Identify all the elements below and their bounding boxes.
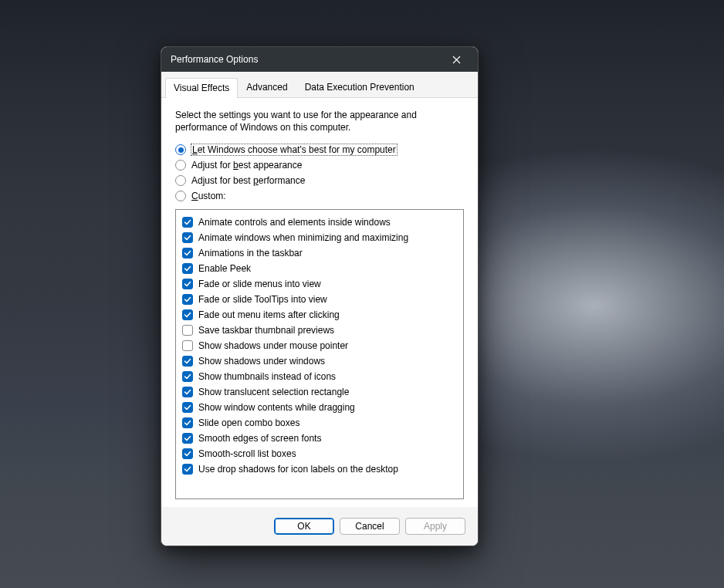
radio-indicator[interactable] xyxy=(175,175,186,186)
close-icon xyxy=(452,56,461,64)
cancel-label: Cancel xyxy=(355,521,384,532)
effect-row[interactable]: Smooth edges of screen fonts xyxy=(182,431,457,446)
tab-advanced[interactable]: Advanced xyxy=(238,77,296,97)
close-button[interactable] xyxy=(439,49,473,70)
effect-label: Show shadows under windows xyxy=(198,354,325,368)
tab-data-execution-prevention[interactable]: Data Execution Prevention xyxy=(296,77,423,97)
radio-label: Let Windows choose what's best for my co… xyxy=(191,144,397,155)
desktop-wallpaper: Performance Options Visual EffectsAdvanc… xyxy=(0,0,724,588)
checkbox[interactable] xyxy=(182,248,193,259)
checkbox[interactable] xyxy=(182,309,193,320)
checkbox[interactable] xyxy=(182,402,193,413)
effect-label: Smooth edges of screen fonts xyxy=(198,431,321,445)
cancel-button[interactable]: Cancel xyxy=(340,518,400,535)
tabs-strip: Visual EffectsAdvancedData Execution Pre… xyxy=(161,72,478,98)
effect-row[interactable]: Show window contents while dragging xyxy=(182,400,457,415)
dialog-title: Performance Options xyxy=(171,54,439,65)
effect-label: Enable Peek xyxy=(198,262,251,275)
effects-listbox[interactable]: Animate controls and elements inside win… xyxy=(175,209,464,499)
effect-label: Save taskbar thumbnail previews xyxy=(198,323,334,337)
tab-visual-effects[interactable]: Visual Effects xyxy=(165,78,238,98)
effect-row[interactable]: Fade or slide menus into view xyxy=(182,276,457,292)
effect-row[interactable]: Fade out menu items after clicking xyxy=(182,307,457,323)
radio-indicator[interactable] xyxy=(175,144,186,155)
performance-options-dialog: Performance Options Visual EffectsAdvanc… xyxy=(161,46,479,546)
effect-label: Show thumbnails instead of icons xyxy=(198,370,336,384)
checkbox[interactable] xyxy=(182,464,193,475)
checkbox[interactable] xyxy=(182,448,193,459)
effect-row[interactable]: Smooth-scroll list boxes xyxy=(182,446,457,461)
effect-row[interactable]: Show thumbnails instead of icons xyxy=(182,369,457,384)
effect-label: Fade out menu items after clicking xyxy=(198,308,340,322)
apply-button: Apply xyxy=(405,518,465,535)
effect-label: Animations in the taskbar xyxy=(198,246,303,260)
ok-button[interactable]: OK xyxy=(274,518,334,535)
radio-option[interactable]: Custom: xyxy=(175,191,464,201)
effect-row[interactable]: Show shadows under windows xyxy=(182,353,457,369)
effect-row[interactable]: Animate windows when minimizing and maxi… xyxy=(182,230,457,245)
effect-row[interactable]: Slide open combo boxes xyxy=(182,415,457,431)
checkbox[interactable] xyxy=(182,263,193,274)
radio-label: Custom: xyxy=(191,191,226,201)
effect-label: Animate windows when minimizing and maxi… xyxy=(198,231,408,245)
radio-indicator[interactable] xyxy=(175,191,186,201)
checkbox[interactable] xyxy=(182,433,193,444)
effect-label: Fade or slide ToolTips into view xyxy=(198,292,327,306)
effect-label: Animate controls and elements inside win… xyxy=(198,215,391,229)
visual-effects-pane: Select the settings you want to use for … xyxy=(161,98,478,507)
effect-row[interactable]: Use drop shadows for icon labels on the … xyxy=(182,461,457,477)
effect-row[interactable]: Animate controls and elements inside win… xyxy=(182,215,457,230)
effect-row[interactable]: Animations in the taskbar xyxy=(182,245,457,261)
effect-label: Use drop shadows for icon labels on the … xyxy=(198,462,398,476)
effect-label: Slide open combo boxes xyxy=(198,416,299,430)
checkbox[interactable] xyxy=(182,325,193,336)
apply-label: Apply xyxy=(424,521,447,532)
radio-indicator[interactable] xyxy=(175,160,186,171)
checkbox[interactable] xyxy=(182,294,193,305)
checkbox[interactable] xyxy=(182,279,193,289)
checkbox[interactable] xyxy=(182,232,193,243)
effect-label: Show window contents while dragging xyxy=(198,400,355,414)
dialog-buttons: OK Cancel Apply xyxy=(161,507,478,546)
checkbox[interactable] xyxy=(182,371,193,382)
effect-row[interactable]: Fade or slide ToolTips into view xyxy=(182,292,457,307)
checkbox[interactable] xyxy=(182,387,193,397)
checkbox[interactable] xyxy=(182,356,193,367)
effect-label: Show translucent selection rectangle xyxy=(198,385,349,399)
checkbox[interactable] xyxy=(182,340,193,351)
ok-label: OK xyxy=(297,521,310,532)
radio-option[interactable]: Let Windows choose what's best for my co… xyxy=(175,144,464,155)
radio-label: Adjust for best appearance xyxy=(191,160,302,171)
pane-description: Select the settings you want to use for … xyxy=(175,109,464,133)
checkbox[interactable] xyxy=(182,417,193,428)
effect-row[interactable]: Save taskbar thumbnail previews xyxy=(182,323,457,338)
checkbox[interactable] xyxy=(182,217,193,228)
radio-option[interactable]: Adjust for best appearance xyxy=(175,160,464,171)
effect-label: Fade or slide menus into view xyxy=(198,277,321,291)
effect-row[interactable]: Enable Peek xyxy=(182,261,457,276)
effect-label: Show shadows under mouse pointer xyxy=(198,339,348,353)
radio-label: Adjust for best performance xyxy=(191,175,305,186)
effect-row[interactable]: Show shadows under mouse pointer xyxy=(182,338,457,353)
effect-label: Smooth-scroll list boxes xyxy=(198,447,296,461)
titlebar[interactable]: Performance Options xyxy=(161,47,478,72)
preset-radio-group: Let Windows choose what's best for my co… xyxy=(175,144,464,201)
radio-option[interactable]: Adjust for best performance xyxy=(175,175,464,186)
effect-row[interactable]: Show translucent selection rectangle xyxy=(182,384,457,400)
